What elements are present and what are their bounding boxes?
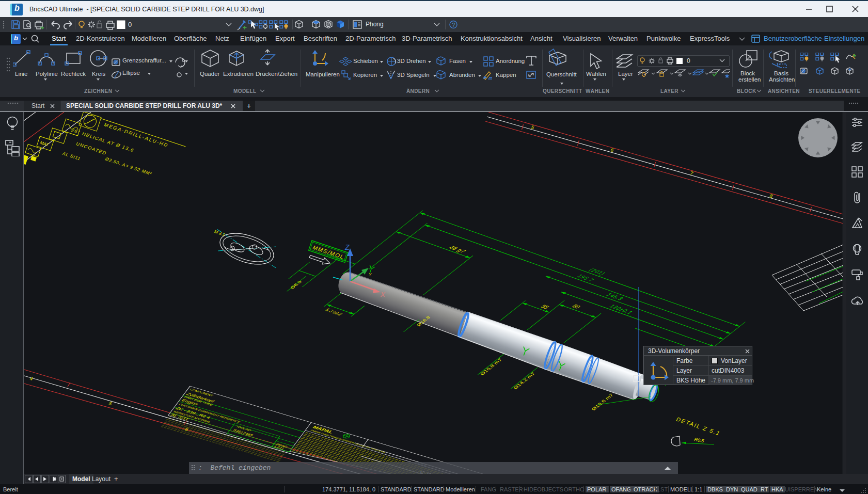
svg-text:145.3: 145.3 bbox=[605, 292, 625, 301]
svg-text:M 2.1: M 2.1 bbox=[214, 229, 226, 237]
svg-text:6: 6 bbox=[610, 147, 614, 153]
svg-text:Y: Y bbox=[369, 272, 372, 277]
svg-text:5: 5 bbox=[530, 124, 535, 130]
svg-text:DETAIL Z 5.1: DETAIL Z 5.1 bbox=[675, 416, 721, 437]
svg-text:Ø6.8: Ø6.8 bbox=[288, 280, 303, 290]
svg-text:0: 0 bbox=[687, 57, 690, 65]
svg-text:(201): (201) bbox=[588, 267, 607, 276]
svg-text:80: 80 bbox=[571, 304, 582, 310]
svg-text:?: ? bbox=[452, 22, 455, 28]
svg-text:Ø13.6 m7: Ø13.6 m7 bbox=[590, 393, 616, 411]
svg-text:R0.5: R0.5 bbox=[694, 437, 705, 443]
svg-text:195.7: 195.7 bbox=[576, 273, 595, 282]
svg-text:7: 7 bbox=[689, 170, 694, 176]
svg-text:Ø15.8 m7: Ø15.8 m7 bbox=[478, 358, 504, 376]
svg-text:AL SI11: AL SI11 bbox=[61, 150, 82, 161]
svg-text:X: X bbox=[380, 291, 386, 298]
svg-text:Z: Z bbox=[344, 243, 350, 251]
svg-text:0: 0 bbox=[128, 21, 132, 28]
svg-text:UNCOATED: UNCOATED bbox=[75, 141, 107, 156]
svg-text:5: 5 bbox=[108, 400, 113, 406]
svg-text:Ø2.50, A= 9.02 MM²: Ø2.50, A= 9.02 MM² bbox=[104, 156, 153, 177]
svg-text:Ø14.2 m7: Ø14.2 m7 bbox=[511, 372, 537, 390]
svg-text:48 g7: 48 g7 bbox=[448, 245, 467, 254]
svg-text:55: 55 bbox=[540, 304, 550, 310]
svg-text:5.3 ±0.2: 5.3 ±0.2 bbox=[324, 308, 344, 316]
svg-text:8: 8 bbox=[769, 193, 774, 199]
